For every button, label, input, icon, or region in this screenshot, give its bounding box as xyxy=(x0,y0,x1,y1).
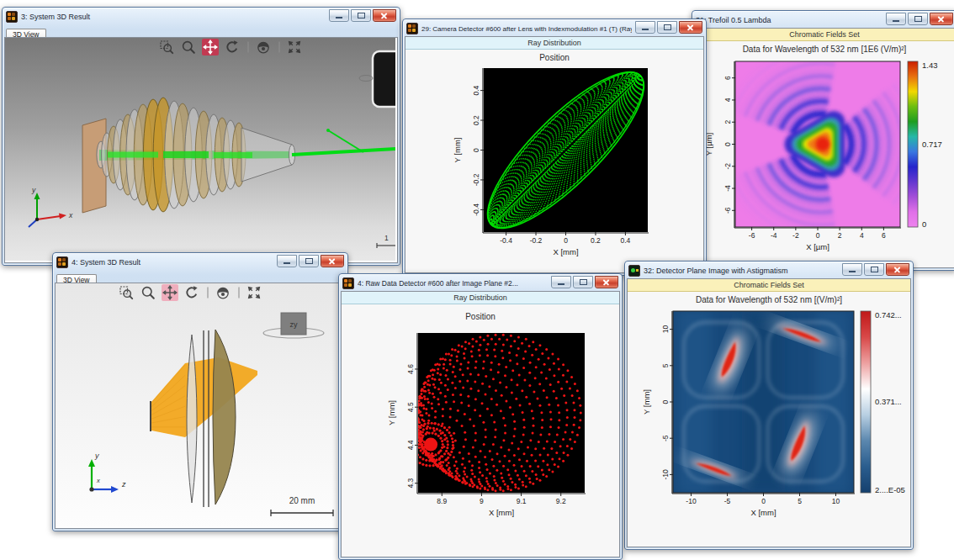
view-cube xyxy=(373,51,395,107)
svg-text:0: 0 xyxy=(564,236,568,245)
svg-text:X [µm]: X [µm] xyxy=(806,242,829,251)
svg-text:0: 0 xyxy=(661,399,670,404)
minimize-button[interactable] xyxy=(551,276,571,288)
plot-title: Position xyxy=(342,312,619,321)
window-icon xyxy=(56,256,68,268)
svg-text:6: 6 xyxy=(723,76,732,80)
colorbar-label: 0 xyxy=(922,219,926,229)
close-button[interactable] xyxy=(373,9,396,22)
svg-text:-0.2: -0.2 xyxy=(472,173,480,186)
window-title: 31: Trefoil 0.5 Lambda xyxy=(696,16,882,24)
titlebar[interactable]: 31: Trefoil 0.5 Lambda xyxy=(694,13,954,28)
plot-title: Data for Wavelength of 532 nm [1E6 (V/m)… xyxy=(695,45,954,54)
svg-text:0: 0 xyxy=(472,148,480,152)
3d-scene: yx1 xyxy=(5,38,395,261)
svg-text:4.4: 4.4 xyxy=(406,440,415,450)
svg-text:2: 2 xyxy=(723,120,732,124)
svg-text:-4: -4 xyxy=(771,231,777,240)
window-title: 3: System 3D Result xyxy=(21,13,326,21)
beam-segment xyxy=(163,151,209,158)
toolbar-separator xyxy=(236,284,241,301)
minimize-button[interactable] xyxy=(329,9,349,22)
minimize-button[interactable] xyxy=(842,263,862,276)
view-icon[interactable] xyxy=(255,39,272,55)
window-icon xyxy=(406,23,418,34)
close-button[interactable] xyxy=(679,21,702,34)
3d-view-content: zyyzx20 mm xyxy=(55,283,346,529)
svg-text:10: 10 xyxy=(661,325,670,334)
fit-icon[interactable] xyxy=(286,39,303,55)
svg-text:6: 6 xyxy=(882,231,886,240)
plot-title: Data for Wavelength of 532 nm [(V/m)²] xyxy=(628,295,910,304)
close-button[interactable] xyxy=(930,13,953,25)
maximize-button[interactable] xyxy=(864,263,884,276)
minimize-button[interactable] xyxy=(635,21,655,34)
maximize-button[interactable] xyxy=(657,21,677,34)
view-toolbar xyxy=(118,284,262,301)
ray-distribution-header: Ray Distribution xyxy=(342,292,619,304)
svg-text:-4: -4 xyxy=(723,185,732,192)
maximize-button[interactable] xyxy=(908,13,928,25)
trefoil-heatmap: -6-4-20246-6-4-20246X [µm]Y [µm]1.430.71… xyxy=(695,41,952,267)
close-button[interactable] xyxy=(321,255,344,267)
svg-text:20 mm: 20 mm xyxy=(289,496,315,505)
beam-segment xyxy=(108,152,158,158)
zoom-window-icon[interactable] xyxy=(118,284,135,301)
svg-text:4: 4 xyxy=(723,98,732,102)
zoom-icon[interactable] xyxy=(140,284,156,301)
svg-text:2: 2 xyxy=(838,231,842,240)
3d-view-content: yx1 xyxy=(4,37,398,263)
maximize-button[interactable] xyxy=(299,255,319,267)
window-raw-data-detector-4: 4: Raw Data Detector #600 after Image Pl… xyxy=(338,273,623,560)
zoom-window-icon[interactable] xyxy=(158,39,175,55)
svg-text:1: 1 xyxy=(384,234,389,242)
fit-icon[interactable] xyxy=(246,284,262,301)
maximize-button[interactable] xyxy=(573,276,593,288)
svg-text:0.2: 0.2 xyxy=(472,115,480,125)
pan-icon[interactable] xyxy=(162,284,178,301)
svg-text:-2: -2 xyxy=(792,231,799,240)
window-system-3d-result-4: 4: System 3D Result 3D View zyyzx20 mm xyxy=(52,252,348,531)
view-icon[interactable] xyxy=(215,284,231,301)
svg-text:4.5: 4.5 xyxy=(406,402,415,412)
ray-scatter-plot: -0.4-0.200.20.4-0.4-0.200.20.4X [mm]Y [m… xyxy=(405,50,702,272)
svg-text:0: 0 xyxy=(723,142,732,146)
titlebar[interactable]: 29: Camera Detector #600 after Lens with… xyxy=(405,21,704,36)
window-title: 4: System 3D Result xyxy=(72,258,273,267)
svg-text:0.2: 0.2 xyxy=(591,236,601,245)
plot-title: Position xyxy=(405,53,703,62)
zoom-icon[interactable] xyxy=(180,39,197,55)
close-button[interactable] xyxy=(886,263,909,276)
svg-text:4: 4 xyxy=(860,231,864,240)
maximize-button[interactable] xyxy=(351,9,371,22)
svg-text:x: x xyxy=(96,477,100,484)
window-camera-detector-29: 29: Camera Detector #600 after Lens with… xyxy=(402,18,707,276)
svg-text:4.6: 4.6 xyxy=(406,364,415,374)
titlebar[interactable]: 3: System 3D Result xyxy=(4,9,398,24)
rotate-icon[interactable] xyxy=(183,284,200,301)
svg-text:5: 5 xyxy=(661,363,670,367)
svg-text:0.4: 0.4 xyxy=(472,85,480,95)
rotate-icon[interactable] xyxy=(224,39,241,55)
close-button[interactable] xyxy=(595,276,618,288)
svg-text:-5: -5 xyxy=(724,497,731,505)
minimize-button[interactable] xyxy=(886,13,906,25)
window-icon xyxy=(628,265,640,277)
minimize-button[interactable] xyxy=(277,255,297,267)
window-detector-plane-32: 32: Detector Plane Image with Astigmatis… xyxy=(624,261,914,550)
colorbar xyxy=(908,61,918,227)
chromatic-fields-set-header: Chromatic Fields Set xyxy=(695,29,954,41)
window-content: Chromatic Fields Set Data for Wavelength… xyxy=(694,28,954,268)
titlebar[interactable]: 4: Raw Data Detector #600 after Image Pl… xyxy=(341,276,620,291)
heatmap-field xyxy=(673,311,854,493)
plot-area: Position -0.4-0.200.20.4-0.4-0.200.20.4X… xyxy=(405,50,703,272)
titlebar[interactable]: 32: Detector Plane Image with Astigmatis… xyxy=(627,263,911,278)
titlebar[interactable]: 4: System 3D Result xyxy=(55,255,346,270)
colorbar xyxy=(861,311,871,493)
ray-distribution-header: Ray Distribution xyxy=(405,37,703,50)
pan-icon[interactable] xyxy=(202,39,219,55)
colorbar-label: 2....E-05 xyxy=(875,485,905,494)
window-title: 4: Raw Data Detector #600 after Image Pl… xyxy=(358,279,548,288)
chromatic-fields-set-header: Chromatic Fields Set xyxy=(628,279,910,292)
plot-area: Data for Wavelength of 532 nm [1E6 (V/m)… xyxy=(695,41,954,267)
